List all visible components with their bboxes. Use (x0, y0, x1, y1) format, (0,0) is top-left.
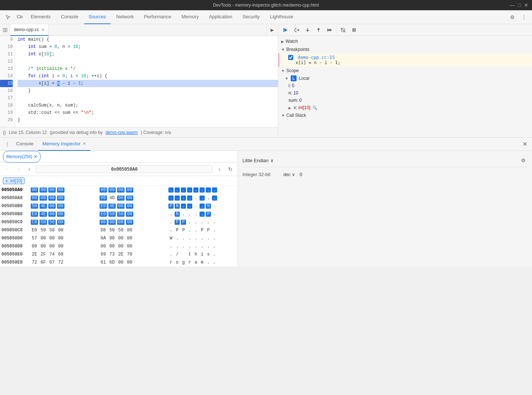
hex-bytes-group2[interactable]: 0A000000 (100, 236, 165, 241)
hex-bytes-group2[interactable]: D8505000 (100, 228, 165, 233)
hex-bytes-group2[interactable]: 00000000 (100, 244, 165, 249)
close-button[interactable]: ✕ (524, 2, 528, 8)
hex-bytes-group1[interactable]: E04E0000 (31, 212, 97, 217)
hex-byte[interactable]: 00 (108, 236, 116, 241)
hex-byte[interactable]: 57 (31, 236, 38, 241)
hex-bytes-group1[interactable]: 00000000 (31, 187, 97, 193)
hex-byte[interactable]: 00 (40, 195, 47, 201)
memory-256-tab[interactable]: Memory(256) ✕ (3, 151, 41, 163)
hex-byte[interactable]: 00 (117, 220, 124, 225)
step-out-button[interactable] (313, 25, 324, 35)
scope-section-header[interactable]: ▼ Scope (278, 67, 532, 75)
hex-bytes-group2[interactable]: 00000000 (100, 187, 165, 193)
hex-byte[interactable]: E0 (31, 212, 38, 217)
hex-byte[interactable]: 00 (31, 195, 38, 201)
hex-byte[interactable]: 00 (126, 195, 133, 201)
resume-button[interactable] (280, 25, 291, 35)
hex-byte[interactable]: 00 (108, 244, 116, 249)
hex-byte[interactable]: 67 (48, 260, 56, 265)
memory-tab-close[interactable]: ✕ (34, 154, 37, 159)
hex-byte[interactable]: D8 (100, 228, 107, 233)
history-back-button[interactable]: ← (3, 165, 12, 174)
decode-format-selector[interactable]: dec ∨ (283, 172, 295, 177)
step-into-button[interactable] (302, 25, 313, 35)
hex-byte[interactable]: 73 (108, 252, 116, 257)
hex-byte[interactable]: 00 (31, 244, 38, 249)
hex-byte[interactable]: 00 (48, 244, 56, 249)
tab-performance[interactable]: Performance (139, 10, 175, 24)
hex-byte[interactable]: 00 (40, 187, 47, 193)
lower-tab-menu[interactable]: ⋮ (3, 140, 12, 149)
hex-byte[interactable]: 00 (48, 187, 56, 193)
minimize-button[interactable]: — (510, 2, 515, 8)
lower-panel-close[interactable]: ✕ (520, 140, 529, 149)
hex-byte[interactable]: 74 (48, 252, 56, 257)
hex-byte[interactable]: 70 (126, 252, 133, 257)
hex-byte[interactable]: 00 (108, 187, 116, 193)
hex-byte[interactable]: 72 (57, 260, 64, 265)
address-input[interactable] (36, 165, 213, 173)
hex-byte[interactable]: 00 (40, 244, 47, 249)
lower-tab-memory-inspector[interactable]: Memory Inspector ✕ (38, 138, 90, 151)
hex-byte[interactable]: 00 (117, 244, 124, 249)
hex-byte[interactable]: 4E (40, 204, 47, 209)
hex-byte[interactable]: 00 (126, 260, 133, 265)
hex-byte[interactable]: C8 (31, 220, 38, 225)
hex-bytes-group1[interactable]: 2E2F7468 (31, 252, 97, 257)
decode-settings-button[interactable]: ⚙ (519, 156, 528, 165)
hex-byte[interactable]: 00 (126, 228, 133, 233)
hex-byte[interactable]: 50 (117, 228, 124, 233)
hex-bytes-group2[interactable]: 616D0000 (100, 260, 165, 265)
tab-network[interactable]: Network (112, 10, 138, 24)
hex-byte[interactable]: 4D (108, 195, 116, 201)
hex-byte[interactable]: 4E (40, 212, 47, 217)
hex-byte[interactable]: 00 (57, 187, 64, 193)
window-controls[interactable]: — □ ✕ (510, 2, 528, 8)
hex-byte[interactable]: 00 (57, 228, 64, 233)
hex-bytes-group1[interactable]: 504E0000 (31, 204, 97, 209)
hex-byte[interactable]: 50 (40, 220, 47, 225)
hex-byte[interactable]: 2F (40, 252, 47, 257)
hex-byte[interactable]: 69 (100, 252, 107, 257)
hex-byte[interactable]: 00 (57, 204, 64, 209)
hex-bytes-group2[interactable]: E0505000 (100, 212, 165, 217)
hex-byte[interactable]: 00 (48, 212, 56, 217)
cursor-icon-btn[interactable] (3, 12, 13, 22)
hex-byte[interactable]: 00 (100, 220, 107, 225)
device-toggle-btn[interactable] (15, 12, 25, 22)
endian-selector[interactable]: Little Endian ∨ (242, 158, 274, 163)
memory-icon[interactable]: 🔍 (312, 105, 317, 110)
hex-byte[interactable]: 50 (40, 228, 47, 233)
hex-bytes-group1[interactable]: E0505000 (31, 228, 97, 233)
hex-byte[interactable]: 68 (57, 252, 64, 257)
hex-bytes-group2[interactable]: 804D0000 (100, 195, 165, 201)
hex-byte[interactable]: 61 (100, 260, 107, 265)
deactivate-breakpoints-button[interactable] (338, 25, 348, 35)
tab-sources[interactable]: Sources (84, 10, 111, 24)
hex-byte[interactable]: 2E (117, 252, 124, 257)
breakpoint-checkbox[interactable] (288, 55, 293, 60)
step-button[interactable] (324, 25, 335, 35)
hex-byte[interactable]: 00 (117, 260, 124, 265)
hex-byte[interactable]: 00 (126, 212, 133, 217)
wasm-link[interactable]: demo-cpp.wasm (105, 130, 138, 135)
local-scope-header[interactable]: ▼ L Local (278, 75, 532, 82)
hex-byte[interactable]: 00 (117, 236, 124, 241)
hex-byte[interactable]: 50 (108, 228, 116, 233)
hex-bytes-group1[interactable]: 726F6772 (31, 260, 97, 265)
hex-byte[interactable]: 2E (31, 252, 38, 257)
prev-address-button[interactable]: ‹ (25, 165, 34, 174)
tab-elements[interactable]: Elements (26, 10, 55, 24)
memory-inspector-tab-close[interactable]: ✕ (83, 141, 86, 146)
step-over-button[interactable] (291, 25, 302, 35)
hex-byte[interactable]: 00 (126, 220, 133, 225)
hex-bytes-group2[interactable]: 69732E70 (100, 252, 165, 257)
hex-bytes-group2[interactable]: 00000000 (100, 220, 165, 225)
hex-byte[interactable]: 00 (57, 244, 64, 249)
tab-console[interactable]: Console (56, 10, 83, 24)
hex-byte[interactable]: 50 (117, 212, 124, 217)
hex-byte[interactable]: 72 (31, 260, 38, 265)
hex-byte[interactable]: 00 (117, 195, 124, 201)
hex-byte[interactable]: 50 (108, 212, 116, 217)
callstack-section-header[interactable]: ▼ Call Stack (278, 111, 532, 119)
